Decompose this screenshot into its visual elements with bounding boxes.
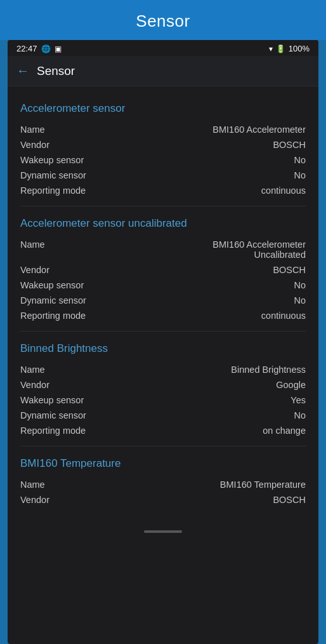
table-row: Wakeup sensor No bbox=[20, 152, 306, 168]
app-title: Sensor bbox=[136, 11, 190, 30]
value-reporting: continuous bbox=[96, 185, 306, 196]
table-row: Name BMI160 AccelerometerUncalibrated bbox=[20, 237, 306, 262]
status-bar-left: 22:47 🌐 ▣ bbox=[16, 44, 62, 53]
content-area: Accelerometer sensor Name BMI160 Acceler… bbox=[8, 86, 318, 525]
sim-icon: ▣ bbox=[55, 44, 62, 53]
table-row: Vendor Google bbox=[20, 377, 306, 392]
value-wakeup: No bbox=[96, 280, 306, 290]
section-binned-brightness: Binned Brightness Name Binned Brightness… bbox=[8, 332, 318, 443]
label-name: Name bbox=[20, 365, 96, 375]
value-name: BMI160 Temperature bbox=[96, 480, 306, 490]
app-container: Sensor 22:47 🌐 ▣ ▾ 🔋 100% ← Sensor Accel… bbox=[0, 0, 326, 644]
table-row: Wakeup sensor Yes bbox=[20, 392, 306, 408]
section-accelerometer-sensor: Accelerometer sensor Name BMI160 Acceler… bbox=[8, 91, 318, 203]
table-row: Vendor BOSCH bbox=[20, 137, 306, 152]
value-wakeup: No bbox=[96, 155, 306, 165]
value-vendor: BOSCH bbox=[96, 140, 306, 150]
label-dynamic: Dynamic sensor bbox=[20, 410, 96, 420]
label-vendor: Vendor bbox=[20, 380, 96, 390]
label-name: Name bbox=[20, 480, 96, 490]
table-row: Dynamic sensor No bbox=[20, 408, 306, 423]
world-icon: 🌐 bbox=[41, 44, 51, 53]
value-dynamic: No bbox=[96, 410, 306, 420]
value-name: Binned Brightness bbox=[96, 365, 306, 375]
section-title-binned: Binned Brightness bbox=[20, 342, 306, 356]
table-row: Reporting mode continuous bbox=[20, 183, 306, 198]
label-name: Name bbox=[20, 239, 96, 250]
value-reporting: on change bbox=[96, 426, 306, 436]
label-reporting: Reporting mode bbox=[20, 311, 96, 321]
label-name: Name bbox=[20, 124, 96, 135]
label-reporting: Reporting mode bbox=[20, 426, 96, 436]
table-row: Name BMI160 Temperature bbox=[20, 477, 306, 492]
status-bar-right: ▾ 🔋 100% bbox=[269, 44, 310, 53]
value-name: BMI160 Accelerometer bbox=[96, 124, 306, 135]
battery-icon: 🔋 bbox=[276, 44, 285, 53]
label-dynamic: Dynamic sensor bbox=[20, 170, 96, 180]
table-row: Dynamic sensor No bbox=[20, 168, 306, 183]
value-wakeup: Yes bbox=[96, 395, 306, 405]
section-accelerometer-uncalibrated: Accelerometer sensor uncalibrated Name B… bbox=[8, 206, 318, 328]
table-row: Vendor BOSCH bbox=[20, 262, 306, 278]
app-title-bar: Sensor bbox=[0, 0, 326, 40]
table-row: Name Binned Brightness bbox=[20, 362, 306, 377]
value-vendor: BOSCH bbox=[96, 495, 306, 505]
wifi-icon: ▾ bbox=[269, 44, 273, 53]
label-reporting: Reporting mode bbox=[20, 185, 96, 196]
value-dynamic: No bbox=[96, 170, 306, 180]
value-reporting: continuous bbox=[96, 311, 306, 321]
section-title-uncalibrated: Accelerometer sensor uncalibrated bbox=[20, 217, 306, 231]
table-row: Reporting mode on change bbox=[20, 423, 306, 438]
label-vendor: Vendor bbox=[20, 495, 96, 505]
back-button[interactable]: ← bbox=[16, 64, 29, 78]
label-wakeup: Wakeup sensor bbox=[20, 280, 96, 290]
value-vendor: Google bbox=[96, 380, 306, 390]
section-title-bmi160: BMI160 Temperature bbox=[20, 457, 306, 471]
toolbar: ← Sensor bbox=[8, 56, 318, 86]
value-dynamic: No bbox=[96, 295, 306, 305]
table-row: Dynamic sensor No bbox=[20, 293, 306, 308]
bottom-bar bbox=[8, 525, 318, 540]
label-wakeup: Wakeup sensor bbox=[20, 155, 96, 165]
time-display: 22:47 bbox=[16, 44, 37, 53]
home-indicator bbox=[144, 530, 182, 533]
label-dynamic: Dynamic sensor bbox=[20, 295, 96, 305]
label-vendor: Vendor bbox=[20, 265, 96, 275]
value-vendor: BOSCH bbox=[96, 265, 306, 275]
table-row: Reporting mode continuous bbox=[20, 308, 306, 323]
label-wakeup: Wakeup sensor bbox=[20, 395, 96, 405]
status-bar: 22:47 🌐 ▣ ▾ 🔋 100% bbox=[8, 40, 318, 56]
phone-frame: 22:47 🌐 ▣ ▾ 🔋 100% ← Sensor Acceleromete… bbox=[8, 40, 318, 644]
label-vendor: Vendor bbox=[20, 140, 96, 150]
table-row: Name BMI160 Accelerometer bbox=[20, 122, 306, 137]
table-row: Wakeup sensor No bbox=[20, 278, 306, 293]
section-title-accelerometer: Accelerometer sensor bbox=[20, 102, 306, 116]
section-bmi160-temperature: BMI160 Temperature Name BMI160 Temperatu… bbox=[8, 446, 318, 513]
value-name: BMI160 AccelerometerUncalibrated bbox=[96, 239, 306, 260]
toolbar-title: Sensor bbox=[37, 64, 75, 78]
battery-percent: 100% bbox=[289, 44, 310, 53]
table-row: Vendor BOSCH bbox=[20, 492, 306, 507]
